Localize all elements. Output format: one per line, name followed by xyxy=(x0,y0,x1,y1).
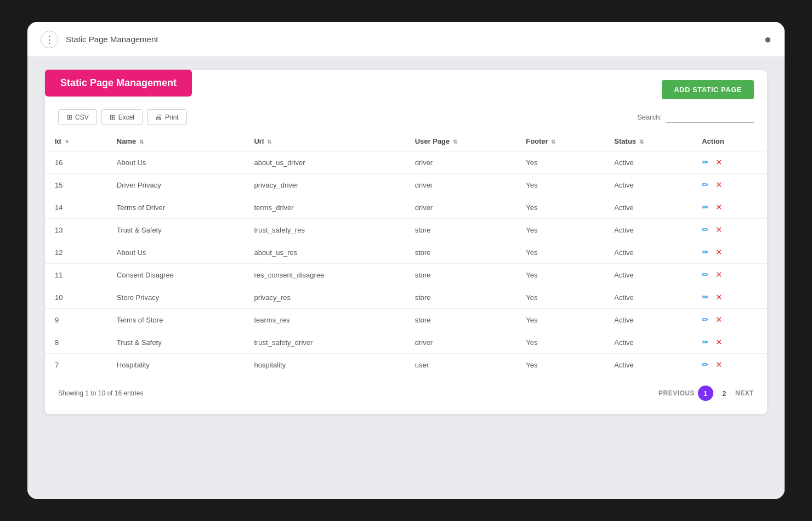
edit-button[interactable]: ✏ xyxy=(702,247,709,257)
cell-status: Active xyxy=(604,151,692,174)
page-title-badge: Static Page Management xyxy=(45,70,192,97)
top-bar-title: Static Page Management xyxy=(66,35,158,44)
previous-page-button[interactable]: PREVIOUS xyxy=(658,389,695,397)
edit-button[interactable]: ✏ xyxy=(702,202,709,212)
excel-export-button[interactable]: ⊞ Excel xyxy=(101,109,143,125)
cell-status: Active xyxy=(604,241,692,264)
pagination: PREVIOUS 1 2 NEXT xyxy=(658,386,754,401)
delete-button[interactable]: ✕ xyxy=(716,292,723,302)
cell-name: Trust & Safety xyxy=(107,331,245,354)
cell-action: ✏ ✕ xyxy=(692,309,767,331)
print-button[interactable]: 🖨 Print xyxy=(147,109,187,125)
cell-name: Hospitality xyxy=(107,354,245,376)
menu-dots-button[interactable]: ⋮ xyxy=(41,31,58,48)
cell-name: Consent Disagree xyxy=(107,264,245,286)
cell-id: 14 xyxy=(45,196,107,219)
top-bar-left: ⋮ Static Page Management xyxy=(41,31,158,48)
table-header-row: Id ▼ Name ⇅ Url ⇅ User Page ⇅ Footer ⇅ S… xyxy=(45,132,767,151)
cell-action: ✏ ✕ xyxy=(692,264,767,286)
col-name[interactable]: Name ⇅ xyxy=(107,132,245,151)
cell-user-page: store xyxy=(405,264,516,286)
edit-button[interactable]: ✏ xyxy=(702,315,709,324)
delete-button[interactable]: ✕ xyxy=(716,180,723,189)
cell-id: 15 xyxy=(45,174,107,196)
cell-footer: Yes xyxy=(516,309,604,331)
cell-url: res_consent_disagree xyxy=(244,264,405,286)
delete-button[interactable]: ✕ xyxy=(716,225,723,234)
table-row: 11 Consent Disagree res_consent_disagree… xyxy=(45,264,767,286)
cell-url: privacy_driver xyxy=(244,174,405,196)
cell-action: ✏ ✕ xyxy=(692,219,767,241)
delete-button[interactable]: ✕ xyxy=(716,315,723,324)
edit-button[interactable]: ✏ xyxy=(702,157,709,167)
cell-footer: Yes xyxy=(516,264,604,286)
cell-action: ✏ ✕ xyxy=(692,151,767,174)
cell-user-page: store xyxy=(405,241,516,264)
user-icon[interactable]: ● xyxy=(764,32,771,47)
cell-status: Active xyxy=(604,286,692,309)
col-id[interactable]: Id ▼ xyxy=(45,132,107,151)
edit-button[interactable]: ✏ xyxy=(702,292,709,302)
col-status[interactable]: Status ⇅ xyxy=(604,132,692,151)
delete-button[interactable]: ✕ xyxy=(716,247,723,257)
search-box: Search: xyxy=(637,112,754,123)
delete-button[interactable]: ✕ xyxy=(716,202,723,212)
cell-status: Active xyxy=(604,264,692,286)
csv-export-button[interactable]: ⊞ CSV xyxy=(58,109,97,125)
next-page-button[interactable]: NEXT xyxy=(735,389,754,397)
print-label: Print xyxy=(165,114,179,121)
data-table: Id ▼ Name ⇅ Url ⇅ User Page ⇅ Footer ⇅ S… xyxy=(45,132,767,376)
edit-button[interactable]: ✏ xyxy=(702,180,709,189)
edit-button[interactable]: ✏ xyxy=(702,270,709,279)
edit-button[interactable]: ✏ xyxy=(702,337,709,347)
cell-name: Driver Privacy xyxy=(107,174,245,196)
cell-url: trust_safety_res xyxy=(244,219,405,241)
cell-id: 12 xyxy=(45,241,107,264)
cell-id: 11 xyxy=(45,264,107,286)
top-bar: ⋮ Static Page Management ● xyxy=(27,22,785,57)
cell-name: About Us xyxy=(107,241,245,264)
edit-button[interactable]: ✏ xyxy=(702,225,709,234)
cell-name: Terms of Driver xyxy=(107,196,245,219)
search-input[interactable] xyxy=(666,112,754,123)
cell-name: Store Privacy xyxy=(107,286,245,309)
cell-footer: Yes xyxy=(516,286,604,309)
cell-user-page: driver xyxy=(405,196,516,219)
edit-button[interactable]: ✏ xyxy=(702,360,709,369)
page-1-button[interactable]: 1 xyxy=(698,386,713,401)
export-buttons: ⊞ CSV ⊞ Excel 🖨 Print xyxy=(58,109,187,125)
cell-action: ✏ ✕ xyxy=(692,286,767,309)
cell-user-page: driver xyxy=(405,151,516,174)
cell-url: hospitality xyxy=(244,354,405,376)
cell-user-page: store xyxy=(405,286,516,309)
delete-button[interactable]: ✕ xyxy=(716,337,723,347)
cell-footer: Yes xyxy=(516,219,604,241)
cell-footer: Yes xyxy=(516,174,604,196)
cell-status: Active xyxy=(604,174,692,196)
col-footer[interactable]: Footer ⇅ xyxy=(516,132,604,151)
cell-status: Active xyxy=(604,219,692,241)
delete-button[interactable]: ✕ xyxy=(716,360,723,369)
col-url[interactable]: Url ⇅ xyxy=(244,132,405,151)
cell-user-page: store xyxy=(405,309,516,331)
page-2-button[interactable]: 2 xyxy=(717,386,732,401)
delete-button[interactable]: ✕ xyxy=(716,157,723,167)
cell-name: About Us xyxy=(107,151,245,174)
cell-footer: Yes xyxy=(516,241,604,264)
cell-action: ✏ ✕ xyxy=(692,354,767,376)
cell-id: 7 xyxy=(45,354,107,376)
sort-id-icon: ▼ xyxy=(64,139,70,145)
table-footer: Showing 1 to 10 of 16 entries PREVIOUS 1… xyxy=(45,376,767,401)
add-static-page-button[interactable]: ADD STATIC PAGE xyxy=(662,80,754,99)
table-row: 16 About Us about_us_driver driver Yes A… xyxy=(45,151,767,174)
col-user-page[interactable]: User Page ⇅ xyxy=(405,132,516,151)
delete-button[interactable]: ✕ xyxy=(716,270,723,279)
cell-id: 13 xyxy=(45,219,107,241)
cell-id: 9 xyxy=(45,309,107,331)
cell-action: ✏ ✕ xyxy=(692,196,767,219)
sort-userpage-icon: ⇅ xyxy=(453,139,457,145)
cell-footer: Yes xyxy=(516,331,604,354)
cell-status: Active xyxy=(604,309,692,331)
excel-label: Excel xyxy=(118,114,134,121)
main-content: Static Page Management ADD STATIC PAGE ⊞… xyxy=(27,57,785,499)
